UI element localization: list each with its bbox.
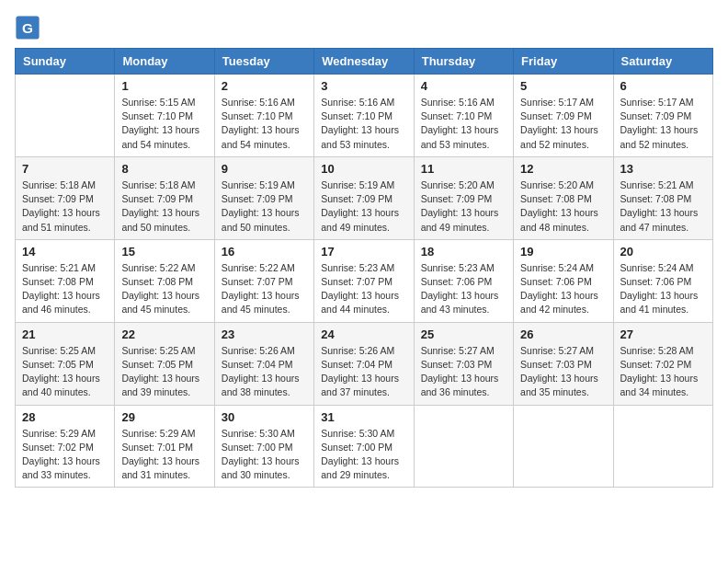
day-number: 7 (22, 162, 108, 176)
calendar-cell (514, 405, 613, 488)
svg-text:G: G (22, 20, 33, 36)
day-number: 14 (22, 245, 108, 259)
day-info: Sunrise: 5:30 AM Sunset: 7:00 PM Dayligh… (222, 427, 307, 483)
day-number: 6 (620, 79, 706, 93)
day-info: Sunrise: 5:16 AM Sunset: 7:10 PM Dayligh… (222, 96, 307, 152)
day-info: Sunrise: 5:23 AM Sunset: 7:07 PM Dayligh… (321, 261, 406, 317)
calendar-cell: 22Sunrise: 5:25 AM Sunset: 7:05 PM Dayli… (115, 322, 214, 405)
day-number: 24 (321, 327, 406, 341)
day-number: 9 (222, 162, 307, 176)
day-info: Sunrise: 5:17 AM Sunset: 7:09 PM Dayligh… (520, 96, 606, 152)
logo-icon: G (15, 15, 40, 40)
day-number: 12 (520, 162, 606, 176)
day-info: Sunrise: 5:19 AM Sunset: 7:09 PM Dayligh… (321, 178, 406, 235)
day-number: 25 (421, 327, 506, 341)
calendar-cell: 16Sunrise: 5:22 AM Sunset: 7:07 PM Dayli… (214, 239, 313, 322)
calendar-cell: 21Sunrise: 5:25 AM Sunset: 7:05 PM Dayli… (16, 322, 115, 405)
calendar-cell: 25Sunrise: 5:27 AM Sunset: 7:03 PM Dayli… (414, 322, 513, 405)
day-number: 18 (421, 245, 506, 259)
day-number: 19 (520, 245, 606, 259)
weekday-header: Wednesday (314, 49, 414, 75)
calendar-cell: 27Sunrise: 5:28 AM Sunset: 7:02 PM Dayli… (613, 322, 712, 405)
day-number: 31 (321, 410, 406, 424)
day-number: 27 (620, 327, 706, 341)
calendar-cell: 7Sunrise: 5:18 AM Sunset: 7:09 PM Daylig… (16, 156, 115, 239)
calendar-cell: 15Sunrise: 5:22 AM Sunset: 7:08 PM Dayli… (115, 239, 214, 322)
day-number: 21 (22, 327, 108, 341)
calendar-cell: 11Sunrise: 5:20 AM Sunset: 7:09 PM Dayli… (414, 156, 513, 239)
day-number: 22 (121, 327, 207, 341)
day-info: Sunrise: 5:27 AM Sunset: 7:03 PM Dayligh… (520, 344, 606, 400)
day-number: 1 (121, 79, 207, 93)
day-info: Sunrise: 5:17 AM Sunset: 7:09 PM Dayligh… (620, 96, 706, 152)
day-info: Sunrise: 5:18 AM Sunset: 7:09 PM Dayligh… (121, 178, 207, 235)
day-number: 4 (421, 79, 506, 93)
day-info: Sunrise: 5:25 AM Sunset: 7:05 PM Dayligh… (121, 344, 207, 400)
weekday-header: Saturday (613, 49, 712, 75)
calendar-cell: 9Sunrise: 5:19 AM Sunset: 7:09 PM Daylig… (214, 156, 313, 239)
day-info: Sunrise: 5:27 AM Sunset: 7:03 PM Dayligh… (421, 344, 506, 400)
day-info: Sunrise: 5:23 AM Sunset: 7:06 PM Dayligh… (421, 261, 506, 317)
calendar-week-row: 1Sunrise: 5:15 AM Sunset: 7:10 PM Daylig… (16, 75, 713, 157)
calendar-cell: 13Sunrise: 5:21 AM Sunset: 7:08 PM Dayli… (613, 156, 712, 239)
calendar-cell: 19Sunrise: 5:24 AM Sunset: 7:06 PM Dayli… (514, 239, 613, 322)
calendar-cell: 18Sunrise: 5:23 AM Sunset: 7:06 PM Dayli… (414, 239, 513, 322)
calendar-cell: 6Sunrise: 5:17 AM Sunset: 7:09 PM Daylig… (613, 75, 712, 157)
calendar-table: SundayMondayTuesdayWednesdayThursdayFrid… (15, 48, 713, 488)
day-info: Sunrise: 5:30 AM Sunset: 7:00 PM Dayligh… (321, 427, 406, 483)
day-number: 3 (321, 79, 406, 93)
day-info: Sunrise: 5:19 AM Sunset: 7:09 PM Dayligh… (222, 178, 307, 235)
weekday-header: Monday (115, 49, 214, 75)
calendar-cell (613, 405, 712, 488)
day-number: 26 (520, 327, 606, 341)
day-info: Sunrise: 5:29 AM Sunset: 7:01 PM Dayligh… (121, 427, 207, 483)
calendar-cell: 17Sunrise: 5:23 AM Sunset: 7:07 PM Dayli… (314, 239, 414, 322)
day-info: Sunrise: 5:22 AM Sunset: 7:07 PM Dayligh… (222, 261, 307, 317)
day-number: 30 (222, 410, 307, 424)
day-number: 17 (321, 245, 406, 259)
calendar-cell: 3Sunrise: 5:16 AM Sunset: 7:10 PM Daylig… (314, 75, 414, 157)
calendar-cell: 2Sunrise: 5:16 AM Sunset: 7:10 PM Daylig… (214, 75, 313, 157)
day-number: 29 (121, 410, 207, 424)
day-info: Sunrise: 5:16 AM Sunset: 7:10 PM Dayligh… (321, 96, 406, 152)
calendar-cell: 20Sunrise: 5:24 AM Sunset: 7:06 PM Dayli… (613, 239, 712, 322)
day-number: 10 (321, 162, 406, 176)
calendar-cell: 5Sunrise: 5:17 AM Sunset: 7:09 PM Daylig… (514, 75, 613, 157)
weekday-header: Friday (514, 49, 613, 75)
day-number: 28 (22, 410, 108, 424)
calendar-week-row: 28Sunrise: 5:29 AM Sunset: 7:02 PM Dayli… (16, 405, 713, 488)
day-number: 20 (620, 245, 706, 259)
day-number: 8 (121, 162, 207, 176)
calendar-cell: 4Sunrise: 5:16 AM Sunset: 7:10 PM Daylig… (414, 75, 513, 157)
day-info: Sunrise: 5:21 AM Sunset: 7:08 PM Dayligh… (22, 261, 108, 317)
calendar-cell (414, 405, 513, 488)
calendar-cell: 29Sunrise: 5:29 AM Sunset: 7:01 PM Dayli… (115, 405, 214, 488)
day-info: Sunrise: 5:20 AM Sunset: 7:08 PM Dayligh… (520, 178, 606, 235)
day-info: Sunrise: 5:21 AM Sunset: 7:08 PM Dayligh… (620, 178, 706, 235)
day-info: Sunrise: 5:26 AM Sunset: 7:04 PM Dayligh… (222, 344, 307, 400)
calendar-cell (16, 75, 115, 157)
day-info: Sunrise: 5:24 AM Sunset: 7:06 PM Dayligh… (620, 261, 706, 317)
calendar-cell: 10Sunrise: 5:19 AM Sunset: 7:09 PM Dayli… (314, 156, 414, 239)
day-info: Sunrise: 5:18 AM Sunset: 7:09 PM Dayligh… (22, 178, 108, 235)
calendar-cell: 1Sunrise: 5:15 AM Sunset: 7:10 PM Daylig… (115, 75, 214, 157)
calendar-week-row: 7Sunrise: 5:18 AM Sunset: 7:09 PM Daylig… (16, 156, 713, 239)
calendar-week-row: 14Sunrise: 5:21 AM Sunset: 7:08 PM Dayli… (16, 239, 713, 322)
day-number: 13 (620, 162, 706, 176)
calendar-cell: 31Sunrise: 5:30 AM Sunset: 7:00 PM Dayli… (314, 405, 414, 488)
calendar-cell: 23Sunrise: 5:26 AM Sunset: 7:04 PM Dayli… (214, 322, 313, 405)
calendar-header-row: SundayMondayTuesdayWednesdayThursdayFrid… (16, 49, 713, 75)
logo: G (15, 15, 44, 40)
day-info: Sunrise: 5:20 AM Sunset: 7:09 PM Dayligh… (421, 178, 506, 235)
calendar-cell: 24Sunrise: 5:26 AM Sunset: 7:04 PM Dayli… (314, 322, 414, 405)
weekday-header: Tuesday (214, 49, 313, 75)
day-number: 23 (222, 327, 307, 341)
day-info: Sunrise: 5:28 AM Sunset: 7:02 PM Dayligh… (620, 344, 706, 400)
weekday-header: Sunday (16, 49, 115, 75)
day-number: 2 (222, 79, 307, 93)
calendar-cell: 8Sunrise: 5:18 AM Sunset: 7:09 PM Daylig… (115, 156, 214, 239)
day-info: Sunrise: 5:26 AM Sunset: 7:04 PM Dayligh… (321, 344, 406, 400)
day-info: Sunrise: 5:15 AM Sunset: 7:10 PM Dayligh… (121, 96, 207, 152)
calendar-cell: 14Sunrise: 5:21 AM Sunset: 7:08 PM Dayli… (16, 239, 115, 322)
day-info: Sunrise: 5:24 AM Sunset: 7:06 PM Dayligh… (520, 261, 606, 317)
